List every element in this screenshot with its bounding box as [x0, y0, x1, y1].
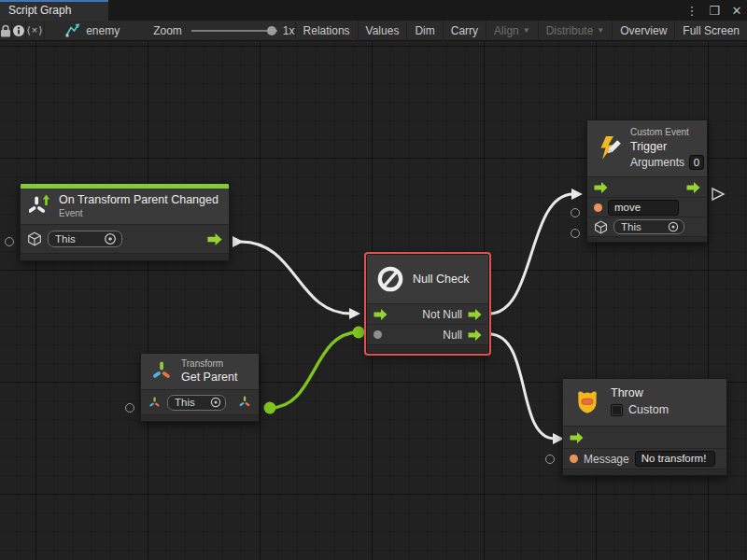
- custom-checkbox[interactable]: [611, 404, 623, 416]
- flow-input-arrow-icon[interactable]: [570, 432, 584, 443]
- toolbar-buttons: Relations Values Dim Carry Align▼ Distri…: [295, 21, 747, 41]
- port-circle-getparent-target[interactable]: [125, 403, 134, 413]
- chevron-down-icon: ▼: [597, 26, 604, 35]
- maximize-icon[interactable]: ❒: [708, 4, 721, 18]
- menu-icon[interactable]: ⋮: [685, 4, 698, 18]
- script-graph-window: Script Graph ⋮ ❒ ✕ ⟨×⟩ enemy Zoom 1x: [0, 0, 747, 560]
- wire-arrowhead-icon: [571, 189, 583, 200]
- object-picker-icon[interactable]: [209, 396, 222, 409]
- distribute-button[interactable]: Distribute▼: [538, 21, 613, 41]
- custom-event-icon: [595, 135, 623, 161]
- port-circle-event-target[interactable]: [5, 237, 14, 246]
- graph-canvas[interactable]: On Transform Parent Changed Event This: [0, 41, 747, 560]
- node-header: Transform Get Parent: [141, 354, 259, 389]
- arguments-field[interactable]: 0: [689, 155, 704, 170]
- graph-toolbar: ⟨×⟩ enemy Zoom 1x Relations Values Dim C…: [0, 21, 747, 41]
- graph-icon: [65, 23, 80, 37]
- code-preview-button[interactable]: ⟨×⟩: [26, 21, 45, 41]
- node-custom-event-trigger[interactable]: Custom Event Trigger Arguments 0: [586, 119, 708, 243]
- flow-output-arrow-icon[interactable]: [207, 233, 222, 245]
- wire-endpoint-dot: [264, 402, 276, 414]
- info-icon: [12, 24, 25, 37]
- object-picker-icon[interactable]: [667, 220, 680, 233]
- flow-output-arrow-icon[interactable]: [468, 309, 482, 320]
- transform-output-port-icon[interactable]: [237, 395, 252, 410]
- close-icon[interactable]: ✕: [730, 4, 743, 18]
- code-icon: ⟨×⟩: [27, 24, 44, 36]
- node-on-transform-parent-changed[interactable]: On Transform Parent Changed Event This: [20, 183, 230, 261]
- fullscreen-button[interactable]: Full Screen: [674, 21, 747, 41]
- custom-label: Custom: [628, 403, 669, 418]
- node-throw[interactable]: Throw Custom Message No transform!: [562, 378, 727, 476]
- graph-name: enemy: [86, 24, 120, 37]
- chevron-down-icon: ▼: [523, 26, 530, 35]
- node-title: Null Check: [413, 273, 469, 286]
- node-footer: [141, 414, 259, 421]
- port-circle-trigger-target[interactable]: [571, 229, 580, 238]
- wire-start-triangle: [233, 236, 244, 247]
- wire-notnull-to-trigger[interactable]: [489, 194, 573, 314]
- wire-getparent-to-nullcheck[interactable]: [270, 332, 359, 408]
- port-circle-throw-message[interactable]: [545, 455, 555, 464]
- info-button[interactable]: [12, 21, 26, 41]
- transform-event-icon: [29, 194, 51, 218]
- port-row-null: Null: [367, 324, 488, 344]
- flow-output-arrow-icon[interactable]: [686, 182, 700, 193]
- node-footer: [21, 253, 229, 260]
- node-category: Transform: [181, 358, 237, 371]
- node-header: Throw Custom: [563, 379, 726, 426]
- not-null-label: Not Null: [422, 308, 462, 321]
- lock-icon: [0, 24, 11, 37]
- carry-button[interactable]: Carry: [443, 21, 486, 41]
- wire-null-to-throw[interactable]: [489, 334, 555, 439]
- null-check-icon: [375, 264, 405, 294]
- values-button[interactable]: Values: [358, 21, 407, 41]
- unconnected-flow-port-icon[interactable]: [712, 189, 724, 200]
- node-null-check[interactable]: Null Check Not Null Null: [366, 254, 489, 354]
- string-port-icon[interactable]: [570, 455, 578, 463]
- window-controls: ⋮ ❒ ✕: [685, 0, 743, 21]
- node-footer: [367, 344, 488, 353]
- port-row: move: [587, 197, 707, 217]
- port-row: This: [587, 217, 707, 236]
- flow-input-arrow-icon[interactable]: [374, 309, 388, 320]
- event-name-field[interactable]: move: [608, 200, 679, 216]
- lock-button[interactable]: [0, 21, 12, 41]
- target-dropdown[interactable]: This: [167, 395, 226, 411]
- align-button[interactable]: Align▼: [486, 21, 538, 41]
- node-title: On Transform Parent Changed: [59, 193, 218, 208]
- object-picker-icon[interactable]: [103, 231, 118, 246]
- overview-button[interactable]: Overview: [612, 21, 674, 41]
- zoom-slider-knob[interactable]: [267, 26, 276, 35]
- node-header: Null Check: [367, 255, 488, 303]
- flow-port-row: [587, 176, 707, 197]
- flow-input-arrow-icon[interactable]: [594, 182, 608, 193]
- wire-event-to-nullcheck[interactable]: [241, 242, 351, 314]
- tab-bar: Script Graph ⋮ ❒ ✕: [0, 0, 747, 21]
- flow-port-row: [563, 426, 726, 448]
- node-footer: [563, 469, 726, 475]
- throw-error-icon: [571, 387, 603, 417]
- target-dropdown[interactable]: This: [48, 231, 122, 247]
- dim-button[interactable]: Dim: [406, 21, 442, 41]
- string-port-icon[interactable]: [594, 203, 602, 212]
- gameobject-cube-icon: [27, 231, 42, 246]
- tab-title: Script Graph: [8, 4, 71, 17]
- node-footer: [587, 236, 707, 242]
- relations-button[interactable]: Relations: [295, 21, 358, 41]
- node-header: Custom Event Trigger Arguments 0: [587, 120, 707, 176]
- gameobject-cube-icon: [594, 220, 608, 234]
- zoom-slider[interactable]: [191, 30, 277, 32]
- node-header: On Transform Parent Changed Event: [21, 189, 229, 224]
- node-get-parent[interactable]: Transform Get Parent This: [140, 353, 260, 422]
- value-input-port-icon[interactable]: [374, 330, 382, 339]
- graph-reference[interactable]: enemy: [65, 23, 120, 37]
- message-field[interactable]: No transform!: [635, 451, 715, 467]
- transform-port-icon[interactable]: [148, 396, 162, 410]
- port-row: This: [21, 224, 229, 253]
- tab-script-graph[interactable]: Script Graph: [0, 0, 108, 21]
- message-label: Message: [584, 453, 629, 466]
- target-dropdown[interactable]: This: [613, 219, 684, 234]
- port-circle-trigger-name[interactable]: [571, 208, 580, 217]
- flow-output-arrow-icon[interactable]: [468, 329, 482, 341]
